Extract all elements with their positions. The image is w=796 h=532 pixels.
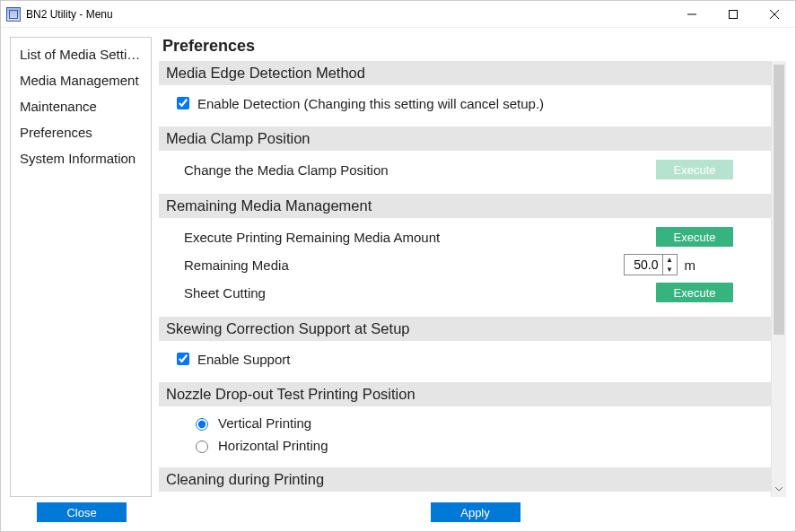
content-scroll-wrap: Media Edge Detection Method Enable Detec… [159,61,786,497]
maximize-icon [729,10,738,19]
enable-support-label: Enable Support [197,352,290,367]
enable-detection-checkbox-row[interactable]: Enable Detection (Changing this setting … [166,91,762,116]
maximize-button[interactable] [713,1,754,27]
svg-rect-1 [730,10,738,18]
app-window: BN2 Utility - Menu List of Media Setting… [0,0,796,532]
sidebar-item-system-information[interactable]: System Information [11,145,151,171]
content-scroll-area: Media Edge Detection Method Enable Detec… [159,61,771,497]
spinner-up-button[interactable]: ▲ [663,255,677,265]
scrollbar[interactable] [771,61,786,497]
sidebar-item-media-management[interactable]: Media Management [11,67,151,93]
body-area: List of Media Settings Media Management … [1,28,795,502]
section-header-cleaning: Cleaning during Printing [159,467,771,492]
section-header-clamp: Media Clamp Position [159,126,771,151]
section-header-nozzle: Nozzle Drop-out Test Printing Position [159,382,771,406]
section-header-remaining: Remaining Media Management [159,194,771,218]
remaining-media-unit: m [685,257,696,273]
apply-button[interactable]: Apply [431,502,520,522]
nozzle-option-vertical[interactable]: Vertical Printing [166,412,762,434]
close-window-button[interactable] [754,1,795,27]
change-clamp-execute-button[interactable]: Execute [656,160,733,179]
sidebar: List of Media Settings Media Management … [10,37,152,497]
enable-support-checkbox-row[interactable]: Enable Support [166,346,762,371]
print-remaining-execute-button[interactable]: Execute [656,227,733,247]
remaining-media-label: Remaining Media [184,257,624,273]
minimize-button[interactable] [671,1,713,27]
section-header-skew: Skewing Correction Support at Setup [159,317,771,341]
close-button[interactable]: Close [37,502,127,522]
nozzle-radio-horizontal[interactable] [196,440,208,453]
spinner-down-button[interactable]: ▼ [663,265,677,275]
sidebar-item-preferences[interactable]: Preferences [11,119,151,145]
minimize-icon [687,10,696,19]
section-header-edge-detection: Media Edge Detection Method [159,61,771,85]
page-title: Preferences [159,37,786,61]
main-column: Preferences Media Edge Detection Method … [159,37,786,497]
nozzle-option-horizontal[interactable]: Horizontal Printing [166,434,762,457]
remaining-media-spinner[interactable]: ▲ ▼ [624,254,678,275]
sheet-cutting-label: Sheet Cutting [184,285,656,301]
scrollbar-thumb[interactable] [774,65,784,335]
window-controls [671,1,795,27]
remaining-media-input[interactable] [625,255,662,275]
window-title: BN2 Utility - Menu [26,8,113,21]
nozzle-radio-vertical[interactable] [196,418,208,431]
enable-detection-checkbox[interactable] [177,97,189,109]
sidebar-list: List of Media Settings Media Management … [11,38,151,496]
nozzle-label-horizontal: Horizontal Printing [218,438,328,453]
app-icon [6,7,21,22]
sheet-cutting-execute-button[interactable]: Execute [656,283,733,302]
sidebar-item-maintenance[interactable]: Maintenance [11,93,151,119]
sidebar-item-media-settings[interactable]: List of Media Settings [11,41,151,67]
close-icon [770,10,779,19]
footer-row: Close Apply [1,502,795,531]
enable-support-checkbox[interactable] [177,353,189,365]
scrollbar-down-button[interactable] [772,482,786,497]
enable-detection-label: Enable Detection (Changing this setting … [197,96,544,111]
title-bar: BN2 Utility - Menu [1,1,795,28]
nozzle-label-vertical: Vertical Printing [218,415,311,431]
print-remaining-label: Execute Printing Remaining Media Amount [184,230,656,245]
change-clamp-label: Change the Media Clamp Position [184,162,656,178]
chevron-down-icon [775,487,783,492]
